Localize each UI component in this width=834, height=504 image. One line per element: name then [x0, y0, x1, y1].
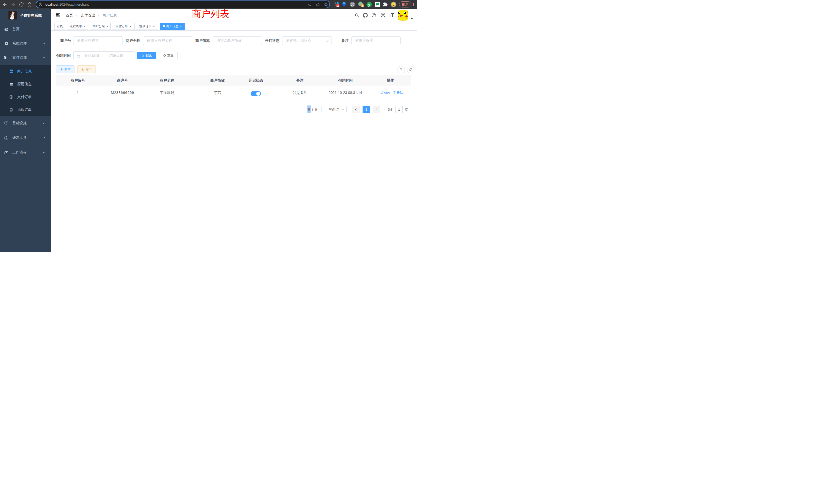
svg-text:⌘: ⌘ — [351, 3, 354, 6]
svg-text:10: 10 — [336, 5, 339, 7]
svg-text:y: y — [368, 3, 370, 6]
svg-text:1: 1 — [362, 5, 363, 7]
